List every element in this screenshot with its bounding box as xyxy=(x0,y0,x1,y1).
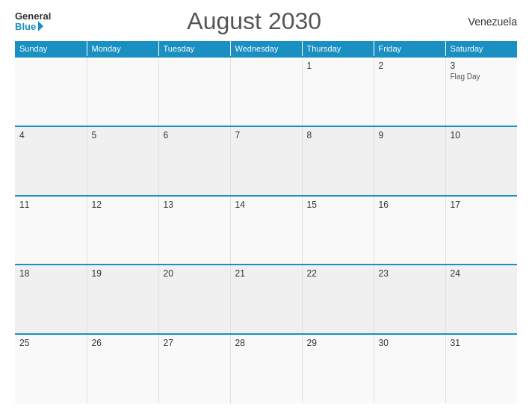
calendar-table: SundayMondayTuesdayWednesdayThursdayFrid… xyxy=(15,41,517,404)
calendar-cell: 19 xyxy=(87,265,158,334)
calendar-cell: 28 xyxy=(230,334,302,404)
day-number: 15 xyxy=(307,200,369,210)
day-number: 12 xyxy=(92,200,154,210)
day-number: 2 xyxy=(379,61,441,71)
day-number: 5 xyxy=(92,130,154,140)
day-header-sunday: Sunday xyxy=(15,41,87,57)
day-number: 4 xyxy=(19,130,82,140)
calendar-cell xyxy=(158,57,230,126)
day-number: 19 xyxy=(92,268,154,279)
day-number: 10 xyxy=(451,130,513,140)
day-number: 9 xyxy=(379,130,441,140)
logo-blue-text: Blue xyxy=(15,21,43,31)
calendar-cell: 27 xyxy=(158,334,230,404)
week-row-2: 45678910 xyxy=(15,126,517,196)
day-number: 3 xyxy=(451,61,513,71)
calendar-cell: 9 xyxy=(374,126,445,196)
calendar-body: 123Flag Day45678910111213141516171819202… xyxy=(15,57,517,404)
calendar-cell: 23 xyxy=(374,265,445,334)
week-row-1: 123Flag Day xyxy=(15,57,517,126)
calendar-cell: 25 xyxy=(15,334,87,404)
day-number: 27 xyxy=(164,338,226,348)
calendar-header: General Blue August 2030 Venezuela xyxy=(15,7,517,35)
day-number: 21 xyxy=(235,268,297,279)
logo-triangle-icon xyxy=(38,21,43,31)
calendar-cell: 2 xyxy=(374,57,445,126)
calendar-cell: 10 xyxy=(445,126,517,196)
calendar-cell: 26 xyxy=(87,334,158,404)
days-of-week-row: SundayMondayTuesdayWednesdayThursdayFrid… xyxy=(15,41,517,57)
day-number: 16 xyxy=(379,200,441,210)
calendar-cell: 30 xyxy=(374,334,445,404)
day-number: 14 xyxy=(235,200,297,210)
calendar-cell: 20 xyxy=(158,265,230,334)
week-row-3: 11121314151617 xyxy=(15,196,517,265)
logo: General Blue xyxy=(15,11,51,31)
day-number: 31 xyxy=(451,338,513,348)
week-row-4: 18192021222324 xyxy=(15,265,517,334)
calendar-cell xyxy=(87,57,158,126)
calendar-cell: 1 xyxy=(302,57,374,126)
day-header-wednesday: Wednesday xyxy=(230,41,302,57)
day-header-monday: Monday xyxy=(87,41,158,57)
calendar-cell xyxy=(15,57,87,126)
calendar-cell: 14 xyxy=(230,196,302,265)
holiday-label: Flag Day xyxy=(451,72,513,81)
calendar-cell: 5 xyxy=(87,126,158,196)
calendar-cell: 18 xyxy=(15,265,87,334)
week-row-5: 25262728293031 xyxy=(15,334,517,404)
country-label: Venezuela xyxy=(457,16,517,28)
calendar-cell: 7 xyxy=(230,126,302,196)
calendar-cell: 4 xyxy=(15,126,87,196)
day-number: 7 xyxy=(235,130,297,140)
logo-general-text: General xyxy=(15,11,51,21)
day-number: 18 xyxy=(19,268,82,279)
calendar-cell: 6 xyxy=(158,126,230,196)
calendar-cell: 3Flag Day xyxy=(445,57,517,126)
calendar-cell: 29 xyxy=(302,334,374,404)
day-number: 11 xyxy=(19,200,82,210)
day-number: 20 xyxy=(164,268,226,279)
calendar-cell xyxy=(230,57,302,126)
calendar-cell: 8 xyxy=(302,126,374,196)
day-number: 23 xyxy=(379,268,441,279)
day-header-friday: Friday xyxy=(374,41,445,57)
day-number: 24 xyxy=(451,268,513,279)
calendar-header-row: SundayMondayTuesdayWednesdayThursdayFrid… xyxy=(15,41,517,57)
day-number: 26 xyxy=(92,338,154,348)
day-number: 8 xyxy=(307,130,369,140)
day-number: 1 xyxy=(307,61,369,71)
calendar-cell: 13 xyxy=(158,196,230,265)
day-number: 6 xyxy=(164,130,226,140)
calendar-cell: 22 xyxy=(302,265,374,334)
day-header-tuesday: Tuesday xyxy=(158,41,230,57)
day-number: 29 xyxy=(307,338,369,348)
calendar-title: August 2030 xyxy=(51,7,457,35)
day-number: 22 xyxy=(307,268,369,279)
calendar-cell: 21 xyxy=(230,265,302,334)
calendar-cell: 17 xyxy=(445,196,517,265)
calendar-cell: 16 xyxy=(374,196,445,265)
day-number: 13 xyxy=(164,200,226,210)
calendar-cell: 31 xyxy=(445,334,517,404)
day-header-saturday: Saturday xyxy=(445,41,517,57)
day-number: 28 xyxy=(235,338,297,348)
day-number: 30 xyxy=(379,338,441,348)
calendar-cell: 12 xyxy=(87,196,158,265)
day-number: 25 xyxy=(19,338,82,348)
day-number: 17 xyxy=(451,200,513,210)
calendar-cell: 11 xyxy=(15,196,87,265)
calendar-cell: 15 xyxy=(302,196,374,265)
calendar-cell: 24 xyxy=(445,265,517,334)
day-header-thursday: Thursday xyxy=(302,41,374,57)
